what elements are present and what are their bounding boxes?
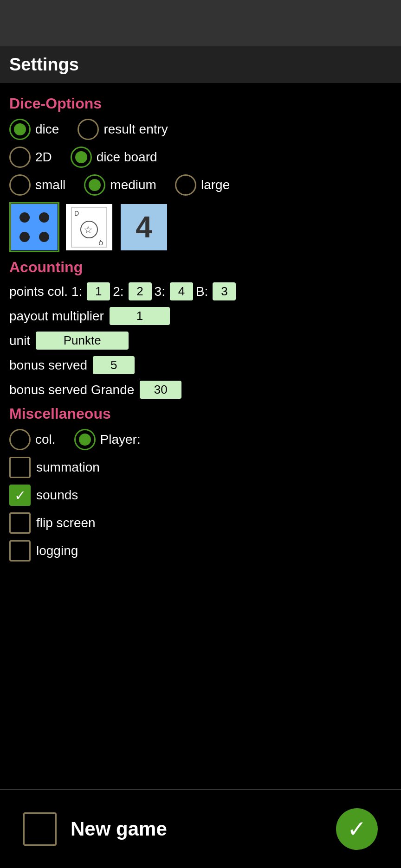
sounds-row: ✓ sounds: [9, 485, 392, 506]
size-row: small medium large: [9, 174, 392, 196]
small-radio-label: small: [35, 178, 65, 192]
svg-text:Q: Q: [99, 240, 103, 246]
dice-number-face: 4: [121, 204, 167, 250]
page-title: Settings: [9, 55, 392, 75]
dice-joker-face: D ☆ Q: [66, 204, 112, 250]
col-player-row: col. Player:: [9, 429, 392, 450]
points-col-label: points col. 1:: [9, 284, 82, 299]
new-game-label: New game: [71, 818, 322, 840]
flip-screen-label: flip screen: [36, 516, 96, 530]
unit-row: unit: [9, 332, 392, 350]
dice-board-radio[interactable]: [71, 147, 92, 168]
logging-row: ✓ logging: [9, 540, 392, 562]
col2-input[interactable]: [129, 282, 152, 300]
summation-checkbox[interactable]: ✓: [9, 457, 31, 478]
medium-radio-group[interactable]: medium: [84, 174, 156, 196]
new-game-checkbox[interactable]: [23, 812, 57, 846]
large-radio[interactable]: [175, 174, 196, 196]
dot-4: [39, 232, 49, 242]
bonus-served-row: bonus served: [9, 356, 392, 374]
title-bar: Settings: [0, 46, 401, 83]
2d-row: 2D dice board: [9, 147, 392, 168]
dot-2: [39, 212, 49, 223]
col1-input[interactable]: [87, 282, 110, 300]
dot-3: [19, 232, 30, 242]
medium-radio[interactable]: [84, 174, 105, 196]
dice-radio[interactable]: [9, 119, 31, 140]
small-radio-group[interactable]: small: [9, 174, 65, 196]
large-radio-group[interactable]: large: [175, 174, 230, 196]
medium-radio-inner: [89, 179, 101, 191]
dice-radio-inner: [14, 123, 26, 135]
2d-radio-label: 2D: [35, 150, 52, 165]
sounds-label: sounds: [36, 488, 78, 503]
dice-image-row: D ☆ Q 4: [9, 202, 392, 252]
result-entry-radio-label: result entry: [103, 122, 168, 137]
bonus-served-grande-input[interactable]: [140, 381, 181, 399]
player-radio-group[interactable]: Player:: [74, 429, 141, 450]
miscellaneous-section-title: Miscellaneous: [9, 405, 392, 422]
dot-1: [19, 212, 30, 223]
col-radio-group[interactable]: col.: [9, 429, 56, 450]
col3-label: 3:: [155, 284, 165, 299]
col3-input[interactable]: [170, 282, 193, 300]
bonus-served-grande-label: bonus served Grande: [9, 383, 134, 397]
bonus-served-grande-row: bonus served Grande: [9, 381, 392, 399]
points-row: points col. 1: 2: 3: B:: [9, 282, 392, 300]
player-radio-inner: [79, 434, 91, 446]
logging-label: logging: [36, 543, 78, 558]
col2-label: 2:: [113, 284, 123, 299]
bottom-bar: New game ✓: [0, 789, 401, 868]
col-radio[interactable]: [9, 429, 31, 450]
bonus-label: B:: [196, 284, 208, 299]
confirm-icon: ✓: [347, 816, 367, 842]
player-radio[interactable]: [74, 429, 96, 450]
dice-radio-group[interactable]: dice: [9, 119, 59, 140]
unit-label: unit: [9, 333, 30, 348]
2d-radio[interactable]: [9, 147, 31, 168]
joker-svg: D ☆ Q: [71, 206, 108, 248]
medium-radio-label: medium: [110, 178, 156, 192]
player-radio-label: Player:: [100, 432, 141, 447]
result-entry-radio[interactable]: [78, 119, 99, 140]
dice-dots-face: [11, 204, 58, 250]
dice-options-section-title: Dice-Options: [9, 95, 392, 112]
dice-board-radio-group[interactable]: dice board: [71, 147, 157, 168]
status-bar: [0, 0, 401, 46]
payout-input[interactable]: [110, 307, 170, 325]
unit-input[interactable]: [36, 332, 129, 350]
dice-board-radio-inner: [75, 151, 87, 163]
dice-dots-selector[interactable]: [9, 202, 59, 252]
dice-board-radio-label: dice board: [97, 150, 157, 165]
confirm-button[interactable]: ✓: [336, 808, 378, 850]
dice-joker-selector[interactable]: D ☆ Q: [64, 202, 114, 252]
payout-label: payout multiplier: [9, 309, 104, 324]
result-entry-radio-group[interactable]: result entry: [78, 119, 168, 140]
bonus-served-label: bonus served: [9, 358, 87, 373]
bonus-served-input[interactable]: [93, 356, 135, 374]
accounting-section-title: Acounting: [9, 259, 392, 276]
svg-text:D: D: [74, 210, 79, 217]
sounds-checkmark: ✓: [14, 487, 26, 504]
summation-row: ✓ summation: [9, 457, 392, 478]
logging-checkbox[interactable]: ✓: [9, 540, 31, 562]
large-radio-label: large: [201, 178, 230, 192]
svg-text:☆: ☆: [84, 224, 93, 236]
dice-number-selector[interactable]: 4: [119, 202, 169, 252]
bonus-input[interactable]: [213, 282, 236, 300]
payout-row: payout multiplier: [9, 307, 392, 325]
small-radio[interactable]: [9, 174, 31, 196]
summation-label: summation: [36, 460, 100, 475]
sounds-checkbox[interactable]: ✓: [9, 485, 31, 506]
col-radio-label: col.: [35, 432, 56, 447]
dice-row: dice result entry: [9, 119, 392, 140]
flip-screen-row: ✓ flip screen: [9, 512, 392, 534]
settings-content: Dice-Options dice result entry 2D: [0, 83, 401, 575]
dice-radio-label: dice: [35, 122, 59, 137]
flip-screen-checkbox[interactable]: ✓: [9, 512, 31, 534]
2d-radio-group[interactable]: 2D: [9, 147, 52, 168]
